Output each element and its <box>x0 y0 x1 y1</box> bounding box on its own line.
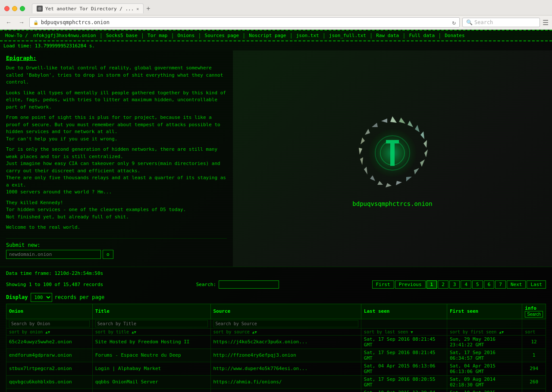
epigraph-para-2: Looks like all types of mentally ill peo… <box>6 90 227 111</box>
records-per-page-select[interactable]: 100 50 200 <box>31 293 52 302</box>
epigraph-para-6: Welcome to the real world. <box>6 224 227 231</box>
back-button[interactable]: ← <box>3 18 14 27</box>
sort-title-cell[interactable]: sort by title ▲▼ <box>92 328 210 335</box>
table-row: qqvbgcu6kohblxbs.onion qqbbs OnionMail S… <box>6 375 546 389</box>
cell-onion-1: endforum4gdprarw.onion <box>6 348 93 362</box>
pagination-page-6-button[interactable]: 6 <box>484 280 495 289</box>
col-header-title: Title <box>92 304 210 319</box>
nav-howto-onion[interactable]: nfokjgfj3hxs4nwu.onion <box>31 32 98 39</box>
nav-socks5-link[interactable]: Socks5 base <box>104 32 139 39</box>
source-link-2[interactable]: http://www.duper4o5k7764esi.on... <box>213 366 308 371</box>
onion-link-1[interactable]: endforum4gdprarw.onion <box>9 352 72 358</box>
cell-firstseen-3: Sat, 09 Aug 2014 02:18:30 GMT <box>447 375 522 389</box>
maximize-window-button[interactable] <box>20 6 25 11</box>
title-search-input[interactable] <box>95 320 208 327</box>
data-table: Onion Title Source Last seen First seen <box>6 304 546 392</box>
display-label: Display <box>6 294 28 300</box>
nav-tormap-link[interactable]: Tor map <box>146 32 169 39</box>
submit-input[interactable] <box>6 250 101 259</box>
nav-json-link[interactable]: json.txt <box>295 32 321 39</box>
onion-link-2[interactable]: stbux7lrtpegcra2.onion <box>9 366 72 371</box>
tab-close-button[interactable]: ✕ <box>136 6 139 11</box>
onion-link-3[interactable]: qqvbgcu6kohblxbs.onion <box>9 379 72 385</box>
forward-button[interactable]: → <box>16 18 27 27</box>
close-window-button[interactable] <box>4 6 9 11</box>
lock-icon: 🔒 <box>33 20 38 25</box>
source-search-cell <box>210 319 361 328</box>
main-layout: Epigraph: Due to Orwell-like total contr… <box>0 50 552 267</box>
browser-titlebar: Yet another Tor Directory / ... ✕ + <box>0 0 552 15</box>
info-search-cell <box>522 319 546 328</box>
tor-logo-container: bdpuqvsqmphctrcs.onion <box>341 101 444 216</box>
active-tab[interactable]: Yet another Tor Directory / ... ✕ <box>32 3 144 13</box>
table-row: flnbsyygh3vget5p.onion syyqe OnionMail S… <box>6 389 546 392</box>
nav-separator-6: | <box>289 33 292 39</box>
source-link-1[interactable]: http://ffzone4ry6efpqj3.onion <box>213 352 296 358</box>
sort-info-cell[interactable]: sort <box>522 328 546 335</box>
sort-row: sort by onion ▲▼ sort by title ▲▼ sort b… <box>6 328 546 335</box>
pagination-first-button[interactable]: First <box>372 280 394 289</box>
sort-firstseen-cell[interactable]: sort by first seen ▲▼ <box>447 328 522 335</box>
submit-label: Submit new: <box>6 242 227 248</box>
pagination-page-7-button[interactable]: 7 <box>495 280 506 289</box>
onion-search-input[interactable] <box>9 320 90 327</box>
sort-firstseen-arrow: ▲▼ <box>499 330 504 334</box>
source-link-0[interactable]: https://j4ko5c2kacr3pu6x.onion... <box>213 339 308 345</box>
source-link-3[interactable]: https://ahmia.fi/onions/ <box>213 379 282 385</box>
pagination-page-1-button[interactable]: 1 <box>427 280 437 289</box>
nav-separator-4: | <box>198 33 201 39</box>
source-search-input[interactable] <box>213 320 358 327</box>
epigraph-title: Epigraph: <box>6 55 227 61</box>
info-search-button[interactable]: Search <box>525 311 543 317</box>
load-time: Load time: 13.799999952316284 s. <box>0 41 552 50</box>
sort-onion-cell[interactable]: sort by onion ▲▼ <box>6 328 93 335</box>
cell-info-0: 12 <box>522 335 546 348</box>
pagination-page-4-button[interactable]: 4 <box>461 280 471 289</box>
nav-rawdata-link[interactable]: Raw data <box>374 32 401 39</box>
pagination-last-button[interactable]: Last <box>527 280 546 289</box>
sort-lastseen-cell[interactable]: sort by last seen ▼ <box>361 328 447 335</box>
browser-search-box[interactable]: 🔍 Search <box>462 18 540 27</box>
pagination-page-5-button[interactable]: 5 <box>472 280 483 289</box>
browser-chrome: Yet another Tor Directory / ... ✕ + ← → … <box>0 0 552 30</box>
nav-noscript-link[interactable]: Noscript page <box>247 32 288 39</box>
nav-sources-link[interactable]: Sources page <box>203 32 241 39</box>
submit-button[interactable]: o <box>103 250 113 259</box>
table-search-input[interactable] <box>219 280 279 289</box>
cell-title-3: qqbbs OnionMail Server <box>92 375 210 389</box>
table-body: 65c2z4uwyz5wwhe2.onion Site Hosted by Fr… <box>6 335 546 392</box>
epigraph-para-1: Due to Orwell-like total control of real… <box>6 65 227 86</box>
pagination-previous-button[interactable]: Previous <box>395 280 426 289</box>
submit-section: Submit new: o <box>6 238 227 262</box>
navigation-bar: How-To / nfokjgfj3hxs4nwu.onion | Socks5… <box>0 30 552 41</box>
reload-button[interactable]: ↻ <box>452 19 456 26</box>
menu-button[interactable]: ☰ <box>543 19 549 27</box>
nav-donates-link[interactable]: Donates <box>443 32 466 39</box>
cell-info-2: 294 <box>522 362 546 375</box>
browser-tabs: Yet another Tor Directory / ... ✕ + <box>32 3 548 13</box>
table-controls: Showing 1 to 100 of 15,487 records Searc… <box>6 278 546 291</box>
nav-onions-link[interactable]: Onions <box>176 32 197 39</box>
nav-fulldata-link[interactable]: Full data <box>407 32 436 39</box>
nav-howto-link[interactable]: How-To / <box>3 32 30 39</box>
epigraph-para-3: From one point of sight this is plus for… <box>6 114 227 143</box>
nav-json-full-link[interactable]: json_full.txt <box>327 32 368 39</box>
minimize-window-button[interactable] <box>12 6 17 11</box>
sort-onion-arrow: ▲▼ <box>45 330 50 334</box>
pagination-page-2-button[interactable]: 2 <box>438 280 448 289</box>
sort-source-cell[interactable]: sort by source ▲▼ <box>210 328 361 335</box>
right-panel: bdpuqvsqmphctrcs.onion <box>233 50 552 267</box>
pagination-next-button[interactable]: Next <box>507 280 526 289</box>
pagination-page-3-button[interactable]: 3 <box>449 280 460 289</box>
address-box[interactable]: 🔒 bdpuqvsqmphctrcs.onion ↻ <box>29 17 460 28</box>
cell-source-2: http://www.duper4o5k7764esi.on... <box>210 362 361 375</box>
data-section: Data time frame: 1210d-22h:54m:50s Showi… <box>0 267 552 392</box>
tor-logo <box>349 110 436 196</box>
nav-separator-2: | <box>141 33 144 39</box>
submit-row: o <box>6 250 227 259</box>
lastseen-search-cell <box>361 319 447 328</box>
new-tab-button[interactable]: + <box>144 4 153 13</box>
col-header-lastseen: Last seen <box>361 304 447 319</box>
onion-link-0[interactable]: 65c2z4uwyz5wwhe2.onion <box>9 339 72 345</box>
table-row: stbux7lrtpegcra2.onion Login | Alphabay … <box>6 362 546 375</box>
